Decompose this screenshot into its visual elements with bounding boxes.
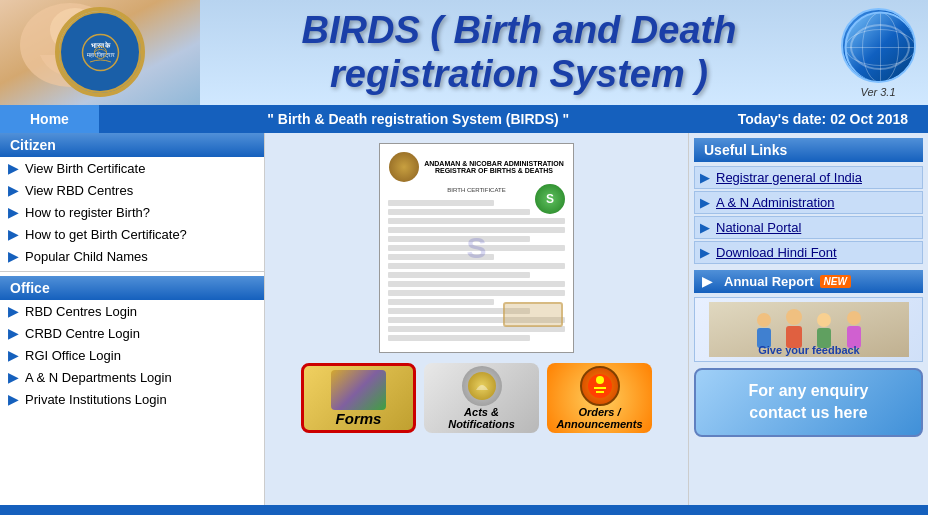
bullet-icon: ▶ xyxy=(8,248,19,264)
orders-button[interactable]: Orders /Announcements xyxy=(547,363,652,433)
link-label: Registrar general of India xyxy=(716,170,862,185)
annual-report-item[interactable]: ▶ Annual Report NEW xyxy=(694,270,923,293)
header: भारत के महारजिस्ट्रार BIRDS ( Birth and … xyxy=(0,0,928,105)
sidebar-item-an-login[interactable]: ▶ A & N Departments Login xyxy=(0,366,264,388)
bullet-icon: ▶ xyxy=(8,391,19,407)
bullet-icon: ▶ xyxy=(700,245,710,260)
svg-point-24 xyxy=(817,313,831,327)
sidebar-item-child-names[interactable]: ▶ Popular Child Names xyxy=(0,245,264,267)
sidebar-item-view-rbd[interactable]: ▶ View RBD Centres xyxy=(0,179,264,201)
bullet-icon: ▶ xyxy=(700,195,710,210)
nav-date: Today's date: 02 Oct 2018 xyxy=(738,111,928,127)
bullet-icon: ▶ xyxy=(700,170,710,185)
svg-point-9 xyxy=(845,29,915,65)
right-sidebar: Useful Links ▶ Registrar general of Indi… xyxy=(688,133,928,505)
sidebar-item-private-login[interactable]: ▶ Private Institutions Login xyxy=(0,388,264,410)
svg-point-26 xyxy=(847,311,861,325)
svg-text:Give your feedback: Give your feedback xyxy=(758,344,860,356)
cert-title: ANDAMAN & NICOBAR ADMINISTRATION REGISTR… xyxy=(424,160,564,174)
sidebar-item-label: CRBD Centre Login xyxy=(25,326,140,341)
citizen-section-header: Citizen xyxy=(0,133,264,157)
new-badge: NEW xyxy=(820,275,851,288)
forms-icon xyxy=(331,370,386,410)
link-hindi-font[interactable]: ▶ Download Hindi Font xyxy=(694,241,923,264)
acts-icon xyxy=(462,366,502,406)
sidebar-item-label: A & N Departments Login xyxy=(25,370,172,385)
nav-home-button[interactable]: Home xyxy=(0,105,99,133)
grievances-image: Give your feedback xyxy=(709,302,909,357)
cert-stamp xyxy=(503,302,563,327)
main-content: Citizen ▶ View Birth Certificate ▶ View … xyxy=(0,133,928,505)
sidebar-item-rbd-login[interactable]: ▶ RBD Centres Login xyxy=(0,300,264,322)
svg-text:महारजिस्ट्रार: महारजिस्ट्रार xyxy=(85,51,114,59)
center-content: ANDAMAN & NICOBAR ADMINISTRATION REGISTR… xyxy=(265,133,688,505)
svg-point-16 xyxy=(596,376,604,384)
enquiry-box[interactable]: For any enquirycontact us here xyxy=(694,368,923,437)
bullet-icon: ▶ xyxy=(700,220,710,235)
sidebar-item-label: RBD Centres Login xyxy=(25,304,137,319)
acts-label: Acts &Notifications xyxy=(448,406,515,430)
bullet-icon: ▶ xyxy=(8,160,19,176)
orders-icon xyxy=(580,366,620,406)
grievances-box[interactable]: Give your feedback xyxy=(694,297,923,362)
header-right: Ver 3.1 xyxy=(838,8,928,98)
footer: Designed and Developed By - NIC, Port Bl… xyxy=(0,505,928,515)
sidebar-item-rgi-login[interactable]: ▶ RGI Office Login xyxy=(0,344,264,366)
sidebar-item-label: View RBD Centres xyxy=(25,183,133,198)
nav-title: " Birth & Death registration System (BIR… xyxy=(99,111,738,127)
bullet-icon: ▶ xyxy=(702,274,712,289)
sidebar-item-label: Private Institutions Login xyxy=(25,392,167,407)
sidebar-item-crbd-login[interactable]: ▶ CRBD Centre Login xyxy=(0,322,264,344)
sidebar-divider xyxy=(0,271,264,272)
sidebar-item-label: View Birth Certificate xyxy=(25,161,145,176)
sidebar-item-label: How to register Birth? xyxy=(25,205,150,220)
bullet-icon: ▶ xyxy=(8,347,19,363)
navbar: Home " Birth & Death registration System… xyxy=(0,105,928,133)
link-national-portal[interactable]: ▶ National Portal xyxy=(694,216,923,239)
globe-icon xyxy=(841,8,916,83)
forms-label: Forms xyxy=(336,410,382,427)
sidebar-item-label: RGI Office Login xyxy=(25,348,121,363)
bullet-icon: ▶ xyxy=(8,204,19,220)
svg-point-22 xyxy=(786,309,802,325)
svg-point-20 xyxy=(757,313,771,327)
acts-button[interactable]: Acts &Notifications xyxy=(424,363,539,433)
link-label: National Portal xyxy=(716,220,801,235)
cert-emblem-icon xyxy=(389,152,419,182)
link-label: A & N Administration xyxy=(716,195,835,210)
sidebar-item-label: Popular Child Names xyxy=(25,249,148,264)
sidebar-item-label: How to get Birth Certificate? xyxy=(25,227,187,242)
left-sidebar: Citizen ▶ View Birth Certificate ▶ View … xyxy=(0,133,265,505)
useful-links-header: Useful Links xyxy=(694,138,923,162)
bullet-icon: ▶ xyxy=(8,226,19,242)
link-an-admin[interactable]: ▶ A & N Administration xyxy=(694,191,923,214)
cert-subtitle: BIRTH CERTIFICATE xyxy=(447,187,505,193)
footer-text: Designed and Developed By - NIC, Port Bl… xyxy=(327,512,602,516)
header-logo: भारत के महारजिस्ट्रार xyxy=(55,7,145,97)
svg-text:भारत के: भारत के xyxy=(90,41,111,49)
annual-report-label: Annual Report xyxy=(724,274,814,289)
link-label: Download Hindi Font xyxy=(716,245,837,260)
action-buttons-row: Forms Acts &Notifications xyxy=(301,363,652,433)
forms-button[interactable]: Forms xyxy=(301,363,416,433)
version-text: Ver 3.1 xyxy=(860,86,895,98)
bullet-icon: ▶ xyxy=(8,182,19,198)
sidebar-item-get-birth-cert[interactable]: ▶ How to get Birth Certificate? xyxy=(0,223,264,245)
sidebar-item-view-birth[interactable]: ▶ View Birth Certificate xyxy=(0,157,264,179)
header-center: BIRDS ( Birth and Death registration Sys… xyxy=(200,9,838,96)
link-registrar[interactable]: ▶ Registrar general of India xyxy=(694,166,923,189)
bullet-icon: ▶ xyxy=(8,325,19,341)
enquiry-label: For any enquirycontact us here xyxy=(706,380,911,425)
birth-certificate-image: ANDAMAN & NICOBAR ADMINISTRATION REGISTR… xyxy=(379,143,574,353)
bullet-icon: ▶ xyxy=(8,303,19,319)
cert-s-icon: S xyxy=(535,184,565,214)
header-title: BIRDS ( Birth and Death registration Sys… xyxy=(302,9,737,96)
sidebar-item-register-birth[interactable]: ▶ How to register Birth? xyxy=(0,201,264,223)
bullet-icon: ▶ xyxy=(8,369,19,385)
office-section-header: Office xyxy=(0,276,264,300)
orders-label: Orders /Announcements xyxy=(556,406,642,430)
cert-watermark: S xyxy=(466,231,486,265)
